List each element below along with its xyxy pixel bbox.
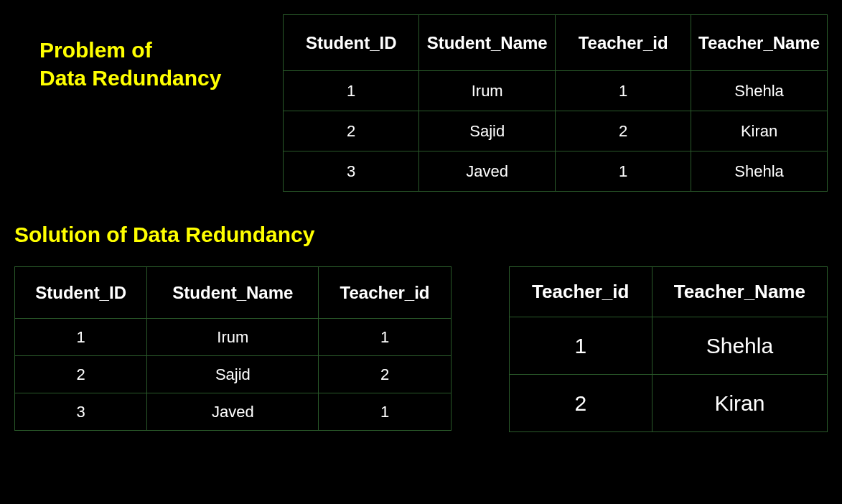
cell-student-name: Javed [419, 151, 556, 192]
table-header-row: Teacher_id Teacher_Name [509, 267, 827, 317]
cell-teacher-id: 1 [509, 317, 652, 375]
problem-header-teacher-name: Teacher_Name [691, 15, 828, 71]
cell-student-name: Sajid [147, 356, 319, 393]
cell-student-id: 2 [284, 111, 419, 151]
table-row: 2 Kiran [509, 375, 827, 432]
cell-student-name: Irum [147, 319, 319, 356]
cell-student-name: Irum [419, 71, 556, 111]
cell-teacher-name: Shehla [691, 151, 828, 192]
cell-teacher-id: 1 [556, 151, 691, 192]
problem-heading: Problem of Data Redundancy [39, 36, 261, 92]
cell-teacher-id: 1 [319, 319, 451, 356]
table-header-row: Student_ID Student_Name Teacher_id [15, 267, 452, 319]
cell-teacher-name: Kiran [652, 375, 827, 432]
cell-student-id: 1 [15, 319, 147, 356]
teachers-header-teacher-id: Teacher_id [509, 267, 652, 317]
students-header-student-id: Student_ID [15, 267, 147, 319]
cell-teacher-name: Shehla [652, 317, 827, 375]
table-header-row: Student_ID Student_Name Teacher_id Teach… [284, 15, 828, 71]
table-row: 2 Sajid 2 [15, 356, 452, 393]
cell-student-id: 2 [15, 356, 147, 393]
cell-teacher-id: 2 [556, 111, 691, 151]
cell-student-id: 1 [284, 71, 419, 111]
cell-student-id: 3 [284, 151, 419, 192]
solution-section: Student_ID Student_Name Teacher_id 1 Iru… [14, 266, 828, 432]
cell-student-id: 3 [15, 393, 147, 431]
problem-heading-line1: Problem of [39, 36, 261, 64]
table-row: 1 Shehla [509, 317, 827, 375]
cell-teacher-id: 2 [319, 356, 451, 393]
cell-teacher-id: 1 [556, 71, 691, 111]
students-header-teacher-id: Teacher_id [319, 267, 451, 319]
cell-teacher-id: 1 [319, 393, 451, 431]
problem-header-student-id: Student_ID [284, 15, 419, 71]
table-row: 1 Irum 1 [15, 319, 452, 356]
table-row: 2 Sajid 2 Kiran [284, 111, 828, 151]
cell-student-name: Sajid [419, 111, 556, 151]
cell-student-name: Javed [147, 393, 319, 431]
problem-heading-line2: Data Redundancy [39, 64, 261, 92]
students-header-student-name: Student_Name [147, 267, 319, 319]
cell-teacher-name: Kiran [691, 111, 828, 151]
table-row: 3 Javed 1 [15, 393, 452, 431]
problem-section: Problem of Data Redundancy Student_ID St… [14, 14, 828, 192]
solution-heading: Solution of Data Redundancy [14, 220, 828, 248]
teachers-table: Teacher_id Teacher_Name 1 Shehla 2 Kiran [509, 266, 828, 432]
cell-teacher-name: Shehla [691, 71, 828, 111]
problem-table: Student_ID Student_Name Teacher_id Teach… [283, 14, 828, 192]
students-table: Student_ID Student_Name Teacher_id 1 Iru… [14, 266, 452, 431]
teachers-header-teacher-name: Teacher_Name [652, 267, 827, 317]
table-row: 3 Javed 1 Shehla [284, 151, 828, 192]
cell-teacher-id: 2 [509, 375, 652, 432]
problem-header-teacher-id: Teacher_id [556, 15, 691, 71]
problem-header-student-name: Student_Name [419, 15, 556, 71]
table-row: 1 Irum 1 Shehla [284, 71, 828, 111]
